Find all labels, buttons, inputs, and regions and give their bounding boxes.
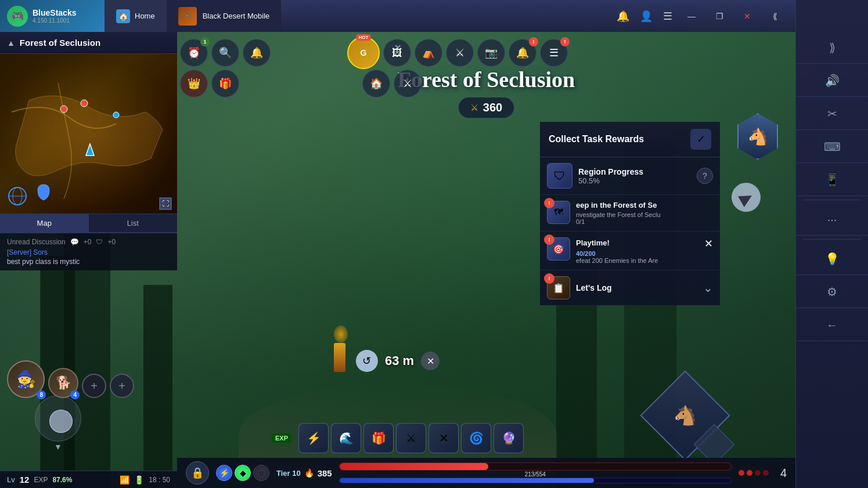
sidebar-dots-button[interactable]: ··· xyxy=(796,204,868,236)
region-progress-value: 50.5% xyxy=(578,176,691,185)
map-header: ▲ Forest of Seclusion xyxy=(0,32,177,54)
bell-icon[interactable]: 🔔 xyxy=(617,10,629,23)
sidebar-settings-button[interactable]: ⚙ xyxy=(796,276,868,308)
guild-icon: 🛡 xyxy=(96,238,103,246)
lets-log-expand-button[interactable]: ⌄ xyxy=(703,281,713,295)
svg-text:⛶: ⛶ xyxy=(162,200,169,208)
sidebar-rotate-button[interactable]: ✂ xyxy=(796,98,868,130)
main-avatar[interactable]: 🧙 8 xyxy=(7,360,45,398)
svg-point-1 xyxy=(60,106,67,113)
skill-btn-4[interactable]: ⚔ xyxy=(396,423,426,453)
shield-horse-icon: 🛡 xyxy=(554,169,566,183)
lets-log-title: Let's Log xyxy=(576,283,697,292)
region-progress-help-button[interactable]: ? xyxy=(697,168,713,184)
sidebar-expand-button[interactable]: ⟫ xyxy=(796,32,868,64)
notification-button[interactable]: 🔔 ! xyxy=(509,39,536,67)
titlebar-controls: 🔔 👤 ☰ — ❐ ✕ ⟪ xyxy=(605,8,795,25)
map-tab-map[interactable]: Map xyxy=(0,214,89,233)
sidebar-volume-button[interactable]: 🔊 xyxy=(796,65,868,97)
menu-button[interactable]: ☰ ! xyxy=(540,39,568,67)
quest-2-progress: 40/200 xyxy=(576,250,713,257)
search-button[interactable]: 🔍 xyxy=(211,39,239,67)
home-tab[interactable]: 🏠 Home xyxy=(105,0,167,32)
exp-area: EXP xyxy=(272,433,291,443)
hamburger-icon[interactable]: ☰ xyxy=(663,10,672,23)
joystick-outer[interactable]: ▼ xyxy=(35,395,81,442)
map-tabs: Map List xyxy=(0,214,177,233)
quest-2-header: Playtime! ✕ xyxy=(576,237,713,250)
top-icons-row1: ⏰ 1 🔍 🔔 G HOT 🖼 ⛺ ⚔ 📷 🔔 ! ☰ xyxy=(180,37,568,69)
dot-2 xyxy=(747,470,752,476)
titlebar: 🎮 BlueStacks 4.150.11.1001 🏠 Home 🎮 Blac… xyxy=(0,0,795,32)
navigation-arrow: ▶ xyxy=(726,178,766,217)
collect-rewards-title: Collect Task Rewards xyxy=(549,134,685,144)
minimize-button[interactable]: — xyxy=(683,8,700,25)
horse-diamond-button[interactable]: 🐴 xyxy=(650,381,720,450)
gift-button[interactable]: 🎁 xyxy=(211,70,239,97)
distance-value: 63 m xyxy=(385,353,414,368)
lock-button[interactable]: 🔒 xyxy=(186,461,209,485)
restore-button[interactable]: ❐ xyxy=(711,8,728,25)
region-progress-content: Region Progress 50.5% xyxy=(578,167,691,185)
house-button[interactable]: 🏠 xyxy=(362,70,390,97)
sidebar-brightness-button[interactable]: 💡 xyxy=(796,243,868,275)
dot-4 xyxy=(763,470,769,476)
quest-item-2: 🎯 ! Playtime! ✕ 40/200 efeat 200 Enemies… xyxy=(540,232,720,270)
swords-button[interactable]: ⚔ xyxy=(446,39,474,67)
joystick-area[interactable]: ▼ xyxy=(35,395,81,442)
dropdown-arrow[interactable]: ⌄ xyxy=(392,37,403,52)
add-pet-button[interactable]: + xyxy=(82,374,106,398)
quest-1-progress: 0/1 xyxy=(576,218,713,225)
skill-btn-5[interactable]: ✕ xyxy=(428,423,459,453)
skill-btn-3[interactable]: 🎁 xyxy=(363,423,394,453)
skill-btn-2[interactable]: 🌊 xyxy=(331,423,361,453)
quest-item-1: 🗺 ! eep in the Forest of Se nvestigate t… xyxy=(540,195,720,232)
lv-label: Lv xyxy=(7,475,15,484)
skill-btn-1[interactable]: ⚡ xyxy=(298,423,329,453)
helmet-button[interactable]: ⚔ xyxy=(394,70,422,97)
skill-btn-6[interactable]: 🌀 xyxy=(461,423,491,453)
map-tab-list[interactable]: List xyxy=(89,214,178,233)
map-container[interactable]: ⛶ xyxy=(0,54,177,214)
add-companion-button[interactable]: + xyxy=(110,374,134,398)
guild-plus: +0 xyxy=(107,238,116,246)
sidebar-back-button[interactable]: ← xyxy=(796,309,868,341)
boss-icon: 👑 xyxy=(188,77,200,90)
joystick-inner[interactable] xyxy=(49,410,73,433)
quest-1-badge: ! xyxy=(544,198,554,208)
bluestacks-expand-button[interactable]: ⟪ xyxy=(766,8,784,25)
game-thumb: 🎮 xyxy=(178,7,197,26)
battery-icon: 🔋 xyxy=(134,475,144,485)
lets-log-icon-symbol: 📋 xyxy=(553,283,564,294)
timer-button[interactable]: ⏰ 1 xyxy=(180,39,208,67)
pet-avatar[interactable]: 🐕 4 xyxy=(48,368,78,398)
chat-server: [Server] Sors xyxy=(7,248,170,256)
notification-icon: 🔔 xyxy=(516,46,529,59)
alert-icon: 🔔 xyxy=(250,46,263,59)
quest-2-close-button[interactable]: ✕ xyxy=(704,237,713,250)
navigation-icon[interactable]: ↺ xyxy=(356,350,378,372)
gold-button[interactable]: G HOT xyxy=(347,37,380,69)
home-tab-label: Home xyxy=(135,12,155,20)
hp-bar xyxy=(339,462,732,471)
alert-button[interactable]: 🔔 xyxy=(243,39,271,67)
quest-1-desc: nvestigate the Forest of Seclu xyxy=(576,211,713,218)
distance-close-button[interactable]: ✕ xyxy=(421,352,440,370)
map-location-title: Forest of Seclusion xyxy=(20,38,100,48)
game-area: ▲ Forest of Seclusion xyxy=(0,32,795,488)
account-icon[interactable]: 👤 xyxy=(640,10,653,23)
sidebar-keyboard-button[interactable]: ⌨ xyxy=(796,131,868,163)
boss-button[interactable]: 👑 xyxy=(180,70,208,97)
close-button[interactable]: ✕ xyxy=(739,8,756,25)
game-tab[interactable]: 🎮 Black Desert Mobile xyxy=(167,0,282,32)
skill-btn-7[interactable]: 🔮 xyxy=(494,423,524,453)
sidebar-phone-button[interactable]: 📱 xyxy=(796,164,868,196)
quest-1-title: eep in the Forest of Se xyxy=(576,201,713,209)
collect-rewards-icon[interactable]: ✓ xyxy=(690,129,711,150)
map-collapse-button[interactable]: ▲ xyxy=(7,38,15,48)
compass-button[interactable]: 4 xyxy=(780,467,787,480)
horse-shield-icon[interactable]: 🐴 xyxy=(737,113,778,160)
camera-button[interactable]: 📷 xyxy=(477,39,505,67)
region-progress-icon: 🛡 xyxy=(547,163,572,189)
camp-button[interactable]: ⛺ xyxy=(415,39,442,67)
